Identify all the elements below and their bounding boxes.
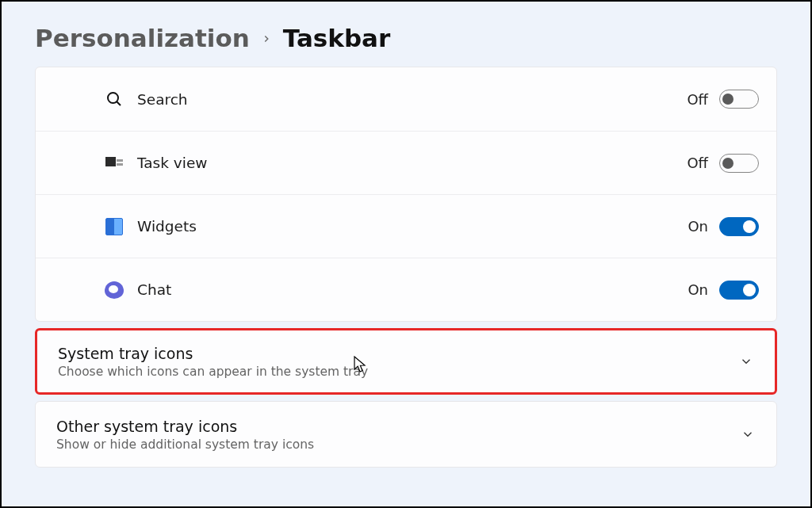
toggle-state-label: Off bbox=[687, 91, 708, 108]
chat-icon bbox=[104, 280, 124, 300]
chevron-right-icon bbox=[261, 27, 272, 49]
breadcrumb-parent[interactable]: Personalization bbox=[35, 24, 250, 52]
expander-system-tray-icons[interactable]: System tray icons Choose which icons can… bbox=[35, 328, 777, 395]
row-label: Search bbox=[137, 91, 687, 108]
row-label: Chat bbox=[137, 281, 688, 298]
expander-title: Other system tray icons bbox=[56, 418, 740, 435]
chevron-down-icon bbox=[738, 353, 754, 369]
widgets-toggle[interactable] bbox=[719, 217, 759, 236]
svg-line-1 bbox=[117, 101, 121, 105]
chevron-down-icon bbox=[740, 426, 756, 442]
search-icon bbox=[104, 89, 124, 109]
row-chat: Chat On bbox=[36, 258, 776, 321]
taskbar-items-card: Search Off Task view Off Widgets On Chat… bbox=[35, 67, 777, 322]
expander-subtitle: Show or hide additional system tray icon… bbox=[56, 437, 740, 452]
svg-point-0 bbox=[108, 93, 118, 103]
row-label: Task view bbox=[137, 155, 687, 171]
row-search: Search Off bbox=[36, 67, 776, 131]
row-taskview: Task view Off bbox=[36, 131, 776, 194]
search-toggle[interactable] bbox=[719, 90, 759, 109]
breadcrumb-current: Taskbar bbox=[283, 24, 391, 52]
expander-other-system-tray-icons[interactable]: Other system tray icons Show or hide add… bbox=[35, 401, 777, 468]
chat-toggle[interactable] bbox=[719, 281, 759, 300]
toggle-state-label: Off bbox=[687, 155, 708, 171]
toggle-state-label: On bbox=[688, 281, 708, 298]
taskview-icon bbox=[104, 153, 124, 174]
widgets-icon bbox=[104, 216, 124, 237]
breadcrumb: Personalization Taskbar bbox=[35, 24, 777, 52]
expander-subtitle: Choose which icons can appear in the sys… bbox=[58, 365, 738, 379]
expander-text: System tray icons Choose which icons can… bbox=[58, 345, 738, 379]
taskview-toggle[interactable] bbox=[719, 154, 759, 173]
row-label: Widgets bbox=[137, 218, 688, 235]
row-widgets: Widgets On bbox=[36, 194, 776, 258]
toggle-state-label: On bbox=[688, 218, 708, 235]
expander-title: System tray icons bbox=[58, 345, 738, 362]
expander-text: Other system tray icons Show or hide add… bbox=[56, 418, 740, 452]
